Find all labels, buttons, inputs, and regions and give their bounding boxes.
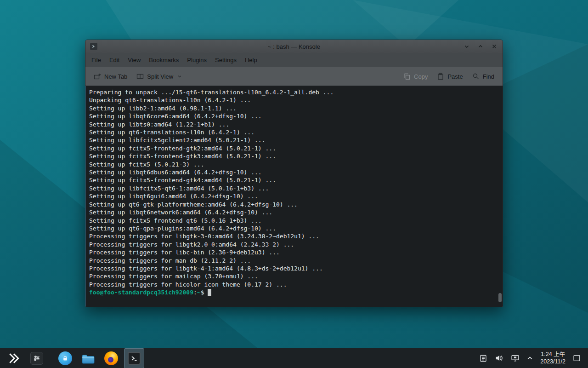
terminal-output-line: Processing triggers for hicolor-icon-the… (89, 281, 499, 288)
terminal-output-line: Setting up libqt6gui6:amd64 (6.4.2+dfsg-… (89, 192, 499, 200)
chevron-up-icon (527, 355, 533, 361)
terminal-output-line: Unpacking qt6-translations-l10n (6.4.2-1… (89, 96, 499, 104)
prompt-path: ~ (197, 288, 201, 296)
close-icon[interactable] (491, 43, 498, 50)
show-desktop-button[interactable] (573, 354, 581, 362)
menu-item[interactable]: Edit (105, 53, 124, 67)
paste-icon (437, 73, 444, 80)
tray-icon-volume[interactable] (495, 354, 503, 362)
terminal-output-line: Setting up qt6-qpa-plugins:amd64 (6.4.2+… (89, 224, 499, 232)
menu-item[interactable]: Help (241, 53, 261, 67)
prompt-symbol: $ (201, 288, 204, 296)
terminal-output-line: Setting up libqt6core6:amd64 (6.4.2+dfsg… (89, 112, 499, 120)
sliders-icon (30, 352, 43, 365)
konsole-app-icon (90, 43, 97, 50)
terminal-output-line: Setting up qt6-translations-l10n (6.4.2-… (89, 128, 499, 136)
menu-item[interactable]: Bookmarks (145, 53, 183, 67)
taskbar-panel: 1:24 上午 2023/11/2 (0, 348, 588, 368)
terminal-output-line: Setting up fcitx5-frontend-qt6 (5.0.16-1… (89, 217, 499, 224)
terminal-output-line: Preparing to unpack .../15-qt6-translati… (89, 88, 499, 96)
clock-widget[interactable]: 1:24 上午 2023/11/2 (540, 351, 565, 365)
new-tab-button[interactable]: New Tab (89, 69, 132, 84)
terminal-output-line: Setting up qt6-gtk-platformtheme:amd64 (… (89, 201, 499, 208)
discover-bag-icon (58, 351, 72, 365)
notifications-icon (479, 354, 487, 362)
terminal-output-line: Processing triggers for libgtk-4-1:amd64… (89, 264, 499, 272)
menu-item[interactable]: View (124, 53, 145, 67)
terminal-output: Preparing to unpack .../15-qt6-translati… (89, 88, 499, 288)
terminal-output-line: Setting up libqt6network6:amd64 (6.4.2+d… (89, 208, 499, 216)
tray-icon-display[interactable] (511, 354, 520, 362)
folder-icon (81, 352, 95, 364)
konsole-terminal-icon (128, 352, 141, 365)
split-view-button[interactable]: Split View (132, 69, 187, 84)
konsole-window: ~ : bash — Konsole File Edit View Bookma… (85, 40, 503, 307)
scrollbar-handle[interactable] (498, 293, 502, 302)
menu-item[interactable]: Settings (211, 53, 241, 67)
taskbar-icon-system[interactable] (27, 348, 47, 368)
terminal-output-line: Setting up libqt6dbus6:amd64 (6.4.2+dfsg… (89, 168, 499, 176)
prompt-user-host: foo@foo-standardpcq35ich92009 (89, 288, 193, 296)
tray-expand-button[interactable] (527, 355, 533, 361)
terminal-output-line: Processing triggers for libc-bin (2.36-9… (89, 248, 499, 256)
clock-time: 1:24 上午 (540, 351, 565, 358)
new-tab-icon (94, 73, 101, 80)
terminal-output-line: Setting up fcitx5-frontend-gtk4:amd64 (5… (89, 176, 499, 184)
chevron-down-icon (177, 74, 182, 79)
copy-icon (403, 73, 411, 80)
terminal-output-line: Setting up libfcitx5-qt6-1:amd64 (5.0.16… (89, 184, 499, 192)
system-tray: 1:24 上午 2023/11/2 (479, 351, 584, 365)
shell-prompt: foo@foo-standardpcq35ich92009:~$ (89, 288, 499, 296)
menu-bar: File Edit View Bookmarks Plugins Setting… (85, 53, 503, 67)
app-launcher-button[interactable] (4, 348, 24, 368)
terminal-cursor (208, 289, 211, 296)
terminal-output-line: Setting up libb2-1:amd64 (0.98.1-1.1) ..… (89, 104, 499, 112)
show-desktop-icon (573, 354, 581, 362)
tray-icon-notifications[interactable] (479, 354, 487, 362)
firefox-icon (104, 351, 118, 365)
terminal-output-line: Setting up libfcitx5gclient2:amd64 (5.0.… (89, 136, 499, 144)
terminal-scrollbar[interactable] (498, 88, 502, 305)
terminal-output-line: Processing triggers for libgtk2.0-0:amd6… (89, 241, 499, 248)
window-titlebar[interactable]: ~ : bash — Konsole (85, 40, 503, 53)
terminal-output-line: Setting up fcitx5-frontend-gtk3:amd64 (5… (89, 152, 499, 160)
prompt-separator: : (193, 288, 197, 296)
clock-date: 2023/11/2 (540, 358, 565, 366)
minimize-icon[interactable] (463, 43, 470, 50)
paste-button[interactable]: Paste (432, 69, 467, 84)
search-icon (472, 73, 480, 80)
taskbar-icon-files[interactable] (78, 348, 98, 368)
speaker-icon (495, 354, 503, 362)
menu-item[interactable]: File (87, 53, 105, 67)
window-title: ~ : bash — Konsole (85, 43, 503, 50)
copy-button: Copy (399, 69, 432, 84)
terminal-output-line: Setting up libts0:amd64 (1.22-1+b1) ... (89, 121, 499, 128)
terminal-output-line: Setting up fcitx5-frontend-gtk2:amd64 (5… (89, 144, 499, 152)
taskbar-icon-discover[interactable] (55, 348, 75, 368)
taskbar-icon-firefox[interactable] (101, 348, 121, 368)
terminal-display[interactable]: Preparing to unpack .../15-qt6-translati… (85, 86, 503, 307)
terminal-output-line: Processing triggers for mailcap (3.70+nm… (89, 272, 499, 280)
split-view-icon (136, 73, 144, 80)
display-icon (511, 354, 520, 362)
find-button[interactable]: Find (468, 69, 499, 84)
menu-item[interactable]: Plugins (183, 53, 211, 67)
terminal-output-line: Setting up fcitx5 (5.0.21-3) ... (89, 161, 499, 168)
maximize-icon[interactable] (477, 43, 484, 50)
terminal-output-line: Processing triggers for man-db (2.11.2-2… (89, 257, 499, 264)
launcher-icon (8, 352, 20, 364)
taskbar-icon-konsole-active[interactable] (124, 348, 144, 368)
toolbar: New Tab Split View Copy Paste (85, 67, 503, 86)
terminal-output-line: Processing triggers for libgtk-3-0:amd64… (89, 232, 499, 240)
